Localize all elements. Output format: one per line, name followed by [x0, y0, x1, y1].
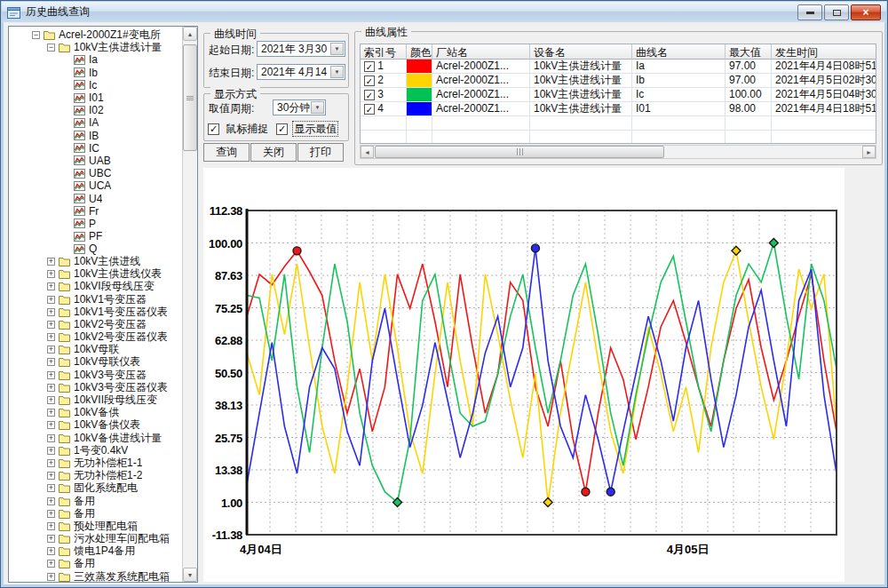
expand-icon[interactable]: +: [47, 396, 55, 404]
expand-icon[interactable]: +: [47, 484, 55, 492]
tree-item[interactable]: UCA: [9, 179, 182, 192]
table-row[interactable]: ✓ 4Acrel-2000Z1...10kV主供进线计量I0198.002021…: [361, 102, 876, 116]
row-checkbox[interactable]: ✓: [364, 61, 375, 72]
checkbox-check-icon[interactable]: ✓: [208, 123, 219, 135]
expand-icon[interactable]: +: [47, 358, 55, 366]
tree-item[interactable]: Ib: [9, 67, 182, 79]
tree-item[interactable]: UBC: [9, 167, 182, 179]
tree-item[interactable]: Ia: [9, 53, 182, 66]
expand-icon[interactable]: +: [47, 573, 55, 581]
column-header[interactable]: 曲线名: [632, 44, 725, 60]
expand-icon[interactable]: +: [47, 535, 55, 543]
expand-icon[interactable]: +: [47, 560, 55, 568]
expand-icon[interactable]: +: [47, 296, 55, 304]
tree-item[interactable]: +备用: [9, 495, 182, 507]
row-checkbox[interactable]: ✓: [364, 104, 375, 115]
device-tree: −Acrel-2000Z1#变电所−10kV主供进线计量IaIbIcI01I02…: [9, 27, 182, 582]
checkbox-check-icon[interactable]: ✓: [276, 123, 288, 135]
series-Ib: [247, 250, 836, 502]
start-date-select[interactable]: 2021年 3月30 ▼: [257, 41, 345, 57]
minimize-button[interactable]: [797, 4, 822, 20]
cell-max: 100.00: [725, 88, 772, 102]
tree-item[interactable]: I01: [9, 91, 182, 104]
curve-icon: [74, 244, 85, 254]
cell-curve: I01: [632, 102, 725, 116]
table-row[interactable]: ✓ 3Acrel-2000Z1...10kV主供进线计量Ic100.002021…: [361, 88, 876, 102]
tree-item[interactable]: IC: [9, 142, 182, 155]
row-checkbox[interactable]: ✓: [364, 75, 375, 86]
period-select[interactable]: 30分钟 ▼: [273, 99, 326, 115]
column-header[interactable]: 厂站名: [432, 44, 530, 60]
end-date-select[interactable]: 2021年 4月14 ▼: [257, 64, 345, 80]
scroll-right-button[interactable]: ►: [862, 146, 876, 158]
query-button[interactable]: 查询: [203, 143, 250, 162]
table-hscrollbar-thumb[interactable]: [375, 146, 664, 158]
expand-icon[interactable]: +: [47, 270, 55, 278]
column-header[interactable]: 发生时间: [772, 44, 876, 60]
series-I01: [247, 248, 836, 491]
expand-icon[interactable]: +: [47, 472, 55, 480]
scroll-up-button[interactable]: ▲: [183, 27, 197, 41]
folder-icon: [59, 497, 70, 506]
table-row[interactable]: ✓ 2Acrel-2000Z1...10kV主供进线计量Ib97.002021年…: [361, 74, 876, 88]
expand-icon[interactable]: +: [47, 447, 55, 455]
dropdown-arrow-icon[interactable]: ▼: [330, 43, 344, 55]
dropdown-arrow-icon[interactable]: ▼: [330, 66, 344, 78]
tree-item[interactable]: PF: [9, 230, 182, 242]
column-header[interactable]: 最大值: [725, 44, 772, 60]
cell-station: Acrel-2000Z1...: [432, 60, 530, 74]
close-button[interactable]: ×: [851, 4, 881, 20]
mouse-capture-checkbox[interactable]: ✓ 鼠标捕捉: [208, 122, 268, 137]
column-header[interactable]: 设备名: [530, 44, 632, 60]
table-row[interactable]: ✓ 1Acrel-2000Z1...10kV主供进线计量Ia97.002021年…: [361, 60, 876, 74]
expand-icon[interactable]: +: [47, 384, 55, 392]
tree-item[interactable]: +三效蒸发系统配电箱: [9, 570, 182, 582]
expand-icon[interactable]: +: [47, 321, 55, 329]
expand-icon[interactable]: +: [47, 308, 55, 316]
tree-item[interactable]: Fr: [9, 205, 182, 218]
expand-icon[interactable]: +: [47, 371, 55, 379]
window-title: 历史曲线查询: [26, 4, 90, 20]
expand-icon[interactable]: +: [47, 346, 55, 354]
tree-item[interactable]: Ic: [9, 79, 182, 91]
tree-scrollbar-thumb[interactable]: [183, 44, 197, 151]
curve-icon: [74, 206, 85, 216]
tree-item[interactable]: P: [9, 218, 182, 230]
collapse-icon[interactable]: −: [32, 31, 40, 39]
dropdown-arrow-icon[interactable]: ▼: [311, 101, 324, 114]
expand-icon[interactable]: +: [47, 282, 55, 290]
expand-icon[interactable]: +: [47, 333, 55, 341]
table-hscrollbar[interactable]: ◄ ►: [360, 145, 876, 159]
tree-item[interactable]: +馈电1P4备用: [9, 545, 182, 558]
tree-scrollbar[interactable]: ▲ ▼: [182, 27, 197, 582]
expand-icon[interactable]: +: [47, 421, 55, 429]
tree-item[interactable]: U4: [9, 192, 182, 204]
expand-icon[interactable]: +: [47, 459, 55, 467]
folder-icon: [59, 433, 70, 443]
tree-item[interactable]: −10kV主供进线计量: [9, 41, 182, 53]
tree-item[interactable]: IA: [9, 116, 182, 129]
scroll-down-button[interactable]: ▼: [183, 568, 197, 582]
expand-icon[interactable]: +: [47, 510, 55, 518]
tree-item[interactable]: +固化系统配电: [9, 482, 182, 495]
show-extremes-checkbox[interactable]: ✓ 显示最值: [276, 122, 337, 137]
folder-icon: [59, 458, 70, 468]
print-button[interactable]: 打印: [297, 143, 344, 162]
expand-icon[interactable]: +: [47, 434, 55, 442]
scroll-left-button[interactable]: ◄: [361, 146, 374, 158]
row-checkbox[interactable]: ✓: [364, 90, 375, 100]
expand-icon[interactable]: +: [47, 258, 55, 266]
expand-icon[interactable]: +: [47, 522, 55, 530]
tree-item[interactable]: IB: [9, 130, 182, 142]
column-header[interactable]: 索引号: [361, 44, 407, 60]
expand-icon[interactable]: +: [47, 497, 55, 505]
close-dialog-button[interactable]: 关闭: [250, 143, 297, 162]
folder-icon: [59, 345, 70, 354]
expand-icon[interactable]: +: [47, 409, 55, 417]
tree-item[interactable]: I02: [9, 104, 182, 116]
collapse-icon[interactable]: −: [47, 44, 55, 52]
tree-item[interactable]: UAB: [9, 155, 182, 167]
expand-icon[interactable]: +: [47, 547, 55, 555]
column-header[interactable]: 颜色: [407, 44, 432, 60]
maximize-button[interactable]: [824, 4, 849, 20]
